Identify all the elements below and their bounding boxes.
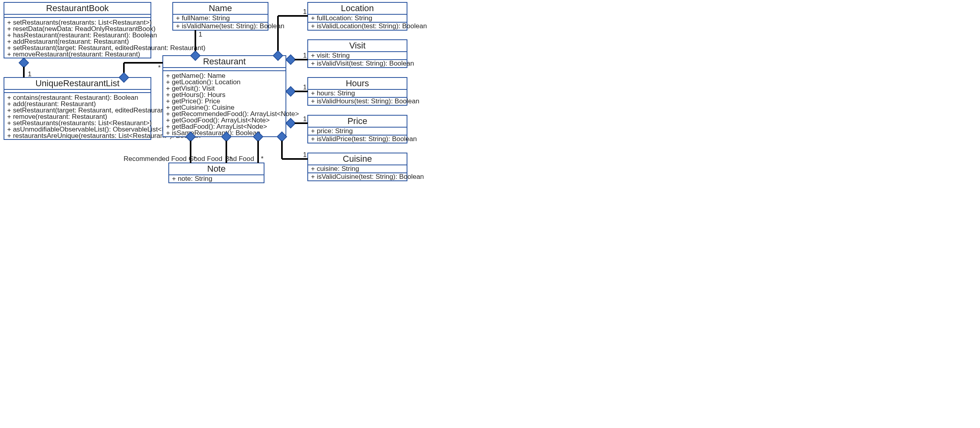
mult-url-rest: * <box>158 64 161 72</box>
conn-rest-cuisine: 1 <box>277 132 308 159</box>
price-o0: + isValidPrice(test: String): Boolean <box>311 135 417 143</box>
cuisine-title: Cuisine <box>343 154 372 164</box>
mult-name: 1 <box>199 31 202 38</box>
hours-o0: + isValidHours(test: String): Boolean <box>311 97 419 105</box>
svg-rect-1 <box>4 14 151 17</box>
price-title: Price <box>347 116 367 126</box>
svg-rect-4 <box>4 89 151 93</box>
class-price: Price + price: String + isValidPrice(tes… <box>308 115 417 143</box>
r-m9: + isSameRestaurant(): Boolean <box>166 129 260 137</box>
restaurant-title: Restaurant <box>203 56 246 66</box>
hours-a0: + hours: String <box>311 89 355 97</box>
mult-hours: 1 <box>303 83 307 91</box>
cuisine-a0: + cuisine: String <box>311 165 359 172</box>
mult-price: 1 <box>303 115 307 123</box>
class-hours: Hours + hours: String + isValidHours(tes… <box>308 77 419 105</box>
lbl-good: Good Food <box>189 155 222 163</box>
class-cuisine: Cuisine + cuisine: String + isValidCuisi… <box>308 153 424 181</box>
class-location: Location + fullLocation: String + isVali… <box>308 2 427 30</box>
lbl-bad: Bad Food <box>225 155 254 163</box>
visit-o0: + isValidVisit(test: String): Boolean <box>311 60 414 67</box>
class-note: Note + note: String <box>169 163 264 183</box>
class-visit: Visit + visit: String + isValidVisit(tes… <box>308 40 414 68</box>
svg-marker-43 <box>286 118 295 128</box>
location-o0: + isValidLocation(test: String): Boolean <box>311 22 427 30</box>
name-a0: + fullName: String <box>176 14 230 22</box>
mult-rb-url: 1 <box>28 70 31 78</box>
svg-rect-7 <box>163 68 286 71</box>
class-restaurant-book-title: RestaurantBook <box>46 3 109 13</box>
class-restaurant: Restaurant + getName(): Name + getLocati… <box>163 56 299 137</box>
conn-rest-hours: 1 <box>286 83 308 96</box>
name-title: Name <box>209 3 232 13</box>
rb-m5: + removeRestaurant(restaurant: Restauran… <box>7 50 140 58</box>
mult-location: 1 <box>303 8 307 15</box>
conn-rest-location: 1 <box>273 8 308 60</box>
mult-cuisine: 1 <box>303 151 307 159</box>
visit-title: Visit <box>349 41 365 50</box>
conn-rb-url: 1 <box>19 58 31 78</box>
name-o0: + isValidName(test: String): Boolean <box>176 22 284 30</box>
location-title: Location <box>341 3 374 13</box>
location-a0: + fullLocation: String <box>311 14 372 22</box>
lbl-rec: Recommended Food <box>123 155 187 163</box>
cuisine-o0: + isValidCuisine(test: String): Boolean <box>311 173 424 180</box>
svg-marker-29 <box>19 58 29 68</box>
conn-rest-visit: 1 <box>286 52 308 64</box>
note-a0: + note: String <box>172 175 212 182</box>
price-a0: + price: String <box>311 127 353 135</box>
mult-bad: * <box>261 155 264 163</box>
mult-visit: 1 <box>303 52 307 59</box>
visit-a0: + visit: String <box>311 52 350 59</box>
url-title: UniqueRestaurantList <box>35 78 120 88</box>
svg-marker-41 <box>286 87 295 96</box>
class-name: Name + fullName: String + isValidName(te… <box>173 2 284 30</box>
note-title: Note <box>207 164 226 174</box>
svg-marker-39 <box>286 55 295 64</box>
hours-title: Hours <box>346 78 369 88</box>
